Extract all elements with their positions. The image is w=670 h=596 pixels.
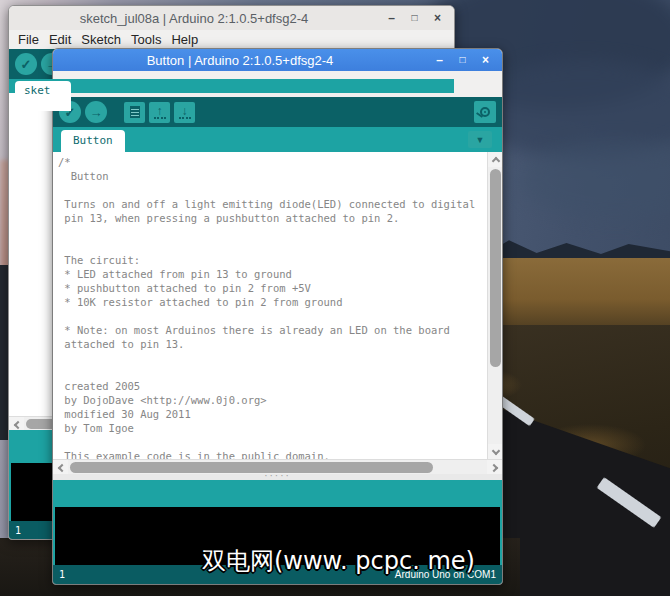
maximize-icon[interactable]: □ [408,11,421,25]
desktop: sketch_jul08a | Arduino 2:1.0.5+dfsg2-4 … [0,0,670,596]
code-line: * 10K resistor attached to pin 2 from gr… [58,295,487,309]
up-arrow-icon: ↑ [157,106,163,116]
maximize-icon[interactable]: □ [456,53,469,67]
menu-item-tools[interactable]: Tools [127,32,165,47]
code-line: This example code is in the public domai… [58,449,487,459]
vertical-scrollbar[interactable] [487,152,502,459]
code-line: Button [58,169,487,183]
vscroll-thumb[interactable] [490,169,501,367]
menu-item-sketch[interactable]: Sketch [77,32,125,47]
tab-button[interactable]: Button [61,130,125,152]
console-header [53,480,502,507]
code-line [58,309,487,323]
scroll-up-icon[interactable] [488,152,503,167]
new-sketch-button[interactable] [124,102,145,123]
back-tabbar: sket [9,79,454,93]
scroll-left-icon[interactable] [53,460,68,475]
minimize-icon[interactable]: – [433,53,446,67]
watermark: 双电网(www. pcpc. me) [202,545,475,577]
code-line: * Note: on most Arduinos there is alread… [58,323,487,337]
code-line [58,365,487,379]
front-titlebar[interactable]: Button | Arduino 2:1.0.5+dfsg2-4 – □ × [53,49,502,71]
tray-icon [179,117,191,119]
document-icon [130,106,140,118]
verify-button[interactable]: ✓ [15,53,37,75]
code-line [58,183,487,197]
menu-item-help[interactable]: Help [167,32,202,47]
close-icon[interactable]: × [431,11,444,25]
hscroll-thumb[interactable] [70,462,433,473]
front-toolbar: ✓ → ↑ ↓ [53,97,502,127]
code-line: modified 30 Aug 2011 [58,407,487,421]
magnifier-icon [480,107,490,117]
code-line: * LED attached from pin 13 to ground [58,267,487,281]
tab-menu-button[interactable]: ▼ [468,131,492,148]
code-line: * pushbutton attached to pin 2 from +5V [58,281,487,295]
tray-icon [154,117,166,119]
front-window-button: Button | Arduino 2:1.0.5+dfsg2-4 – □ × F… [52,48,503,585]
down-arrow-icon: ↓ [182,106,188,116]
check-icon: ✓ [21,57,32,72]
code-line: by Tom Igoe [58,421,487,435]
code-line [58,351,487,365]
code-line: /* [58,155,487,169]
right-arrow-icon: → [90,105,103,120]
back-titlebar[interactable]: sketch_jul08a | Arduino 2:1.0.5+dfsg2-4 … [9,6,454,30]
front-window-title: Button | Arduino 2:1.0.5+dfsg2-4 [53,53,427,68]
menu-item-file[interactable]: File [14,32,43,47]
open-button[interactable]: ↑ [149,102,170,123]
line-number: 1 [59,569,65,580]
serial-monitor-button[interactable] [474,101,496,123]
scroll-right-icon[interactable] [487,460,502,475]
minimize-icon[interactable]: – [385,11,398,25]
tab-sketch-jul08a[interactable]: sket [15,81,71,111]
code-editor[interactable]: /* Button Turns on and off a light emitt… [53,152,487,459]
code-line [58,239,487,253]
save-button[interactable]: ↓ [174,102,195,123]
code-line: created 2005 [58,379,487,393]
code-line: Turns on and off a light emitting diode(… [58,197,487,211]
chevron-down-icon: ▼ [476,135,485,145]
back-window-title: sketch_jul08a | Arduino 2:1.0.5+dfsg2-4 [9,11,379,26]
menu-item-edit[interactable]: Edit [45,32,75,47]
code-line: by DojoDave <http://www.0j0.org> [58,393,487,407]
upload-button[interactable]: → [85,101,107,123]
code-line [58,435,487,449]
horizontal-scrollbar[interactable] [53,459,502,474]
back-menubar: File Edit Sketch Tools Help [9,30,454,49]
code-line: The circuit: [58,253,487,267]
back-line-number: 1 [15,525,21,536]
close-icon[interactable]: × [479,53,492,67]
code-line: attached to pin 13. [58,337,487,351]
scroll-down-icon[interactable] [488,444,503,459]
code-line: pin 13, when pressing a pushbutton attac… [58,211,487,225]
front-tabbar: Button ▼ [53,127,502,152]
code-line [58,225,487,239]
